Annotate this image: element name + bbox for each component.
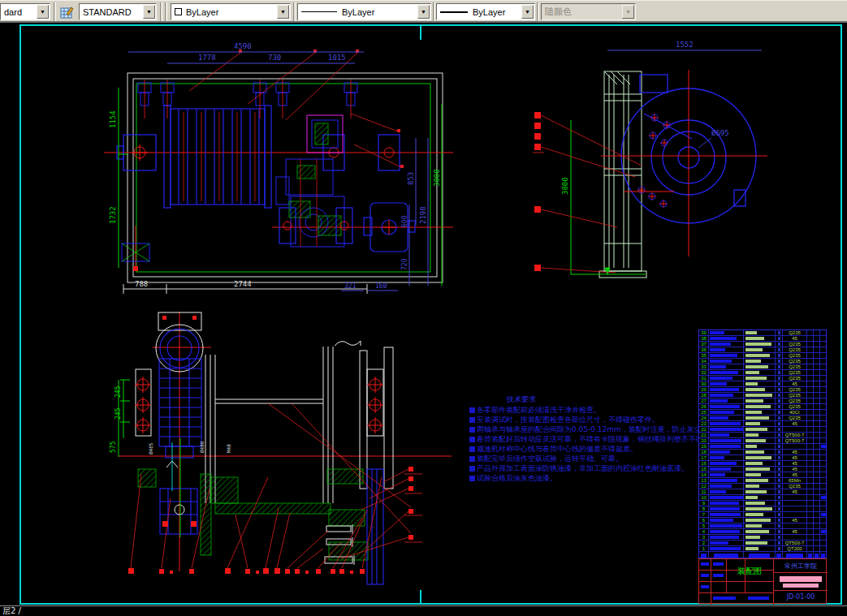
bom-row: 39 Q235 (699, 330, 826, 336)
bom-remark-cell (820, 546, 826, 551)
bom-row: 8 (699, 506, 826, 512)
note-marker (469, 446, 475, 452)
bom-remark-cell (820, 359, 826, 364)
bom-material: Q235 (783, 342, 807, 347)
plot-style-value: 随颜色 (545, 6, 572, 18)
bom-material: Q235 (783, 484, 807, 489)
dim-style-combo[interactable]: STANDARD ▼ (79, 3, 157, 20)
bom-material: Q235 (783, 376, 807, 381)
bom-qty-cell (776, 467, 783, 472)
bom-row: 21 QT500-7 (699, 433, 826, 438)
bom-total-cell (814, 427, 820, 432)
bom-name-cell (744, 489, 776, 494)
bom-remark-cell (820, 347, 826, 352)
bom-material (783, 495, 807, 500)
bom-total-cell (814, 523, 820, 528)
bom-total-cell (814, 529, 820, 534)
bom-remark-cell (820, 523, 826, 528)
linetype-combo[interactable]: ByLayer ▼ (297, 3, 431, 20)
dim-788: 788 (135, 280, 148, 288)
bom-code-cell (709, 376, 744, 381)
lineweight-combo[interactable]: ByLayer ▼ (436, 3, 535, 20)
bom-material: QT500-7 (783, 541, 807, 545)
bom-total-cell (814, 495, 820, 500)
bom-remark-cell (820, 381, 826, 386)
bom-material: Q235 (783, 330, 807, 335)
bom-row: 32 Q235 (699, 370, 826, 376)
bom-qty-cell (776, 404, 783, 409)
bom-row: 4 45 (699, 529, 826, 535)
bom-remark-cell (820, 461, 826, 466)
chevron-down-icon[interactable]: ▼ (417, 5, 430, 19)
bom-weight-cell (807, 381, 814, 386)
bom-qty-cell (776, 472, 783, 477)
dim-style-button[interactable] (58, 3, 76, 21)
bom-weight-cell (807, 455, 814, 460)
bom-code-cell (709, 370, 744, 375)
bom-rows: 39 Q235 38 45 37 (699, 330, 826, 552)
bom-name-cell (744, 541, 776, 545)
bom-material: Q235 (783, 416, 807, 420)
layout-tab-partial[interactable]: 层2 / (2, 606, 21, 615)
notes-lines: 各零部件装配前必须清洗干净并检查。 安装调试时，按装配图检查各部位尺寸，不得碰伤… (469, 405, 707, 483)
text-style-combo[interactable]: dard ▼ (0, 3, 50, 20)
bom-total-cell (814, 393, 820, 398)
bom-item-no: 2 (699, 541, 709, 545)
dim-245b: 245 (115, 407, 122, 420)
bom-total-cell (814, 438, 820, 443)
bom-weight-cell (807, 421, 814, 426)
bom-remark-cell (820, 478, 826, 483)
bom-name-cell (744, 484, 776, 489)
bom-weight-cell (807, 438, 814, 443)
bom-total-cell (814, 381, 820, 386)
bom-qty-cell (776, 342, 783, 347)
note-marker (469, 456, 475, 462)
linetype-value: ByLayer (342, 7, 374, 17)
bom-weight-cell (807, 546, 814, 551)
bom-weight-cell (807, 416, 814, 420)
bom-table: 39 Q235 38 45 37 (698, 330, 827, 558)
chevron-down-icon[interactable]: ▼ (521, 5, 534, 19)
bom-remark-cell (820, 541, 826, 545)
bom-total-cell (814, 359, 820, 364)
drawing-canvas[interactable]: 4590 1778 730 1015 1154 1732 853 2198 38… (0, 23, 847, 605)
bom-qty-cell (776, 364, 783, 369)
chevron-down-icon[interactable]: ▼ (143, 5, 155, 19)
bom-name-cell (744, 393, 776, 398)
lineweight-glyph (440, 11, 468, 13)
note-line: 试验合格后涂灰色油漆。 (477, 473, 557, 483)
bom-remark-cell (820, 506, 826, 511)
bom-qty-cell (776, 518, 783, 523)
bom-weight-cell (807, 467, 814, 472)
note-marker (469, 437, 475, 442)
bom-item-no: 28 (699, 393, 709, 398)
bom-item-no: 36 (699, 347, 709, 352)
dim-321: 321 (344, 282, 357, 290)
bom-code-cell (709, 484, 744, 489)
bom-total-cell (814, 546, 820, 551)
bom-qty-cell (776, 398, 783, 403)
bom-total-cell (814, 433, 820, 437)
color-combo[interactable]: ByLayer ▼ (171, 3, 291, 20)
chevron-down-icon[interactable]: ▼ (277, 5, 289, 19)
bom-qty-cell (776, 416, 783, 420)
bom-item-no: 6 (699, 518, 709, 523)
bom-code-cell (709, 501, 744, 506)
note-marker (469, 407, 475, 413)
bom-row: 2 QT500-7 (699, 541, 826, 546)
note-marker (469, 427, 475, 433)
status-bar[interactable]: 层2 / (0, 605, 847, 616)
bom-material: QT500-7 (783, 438, 807, 443)
bom-row: 20 QT500-7 (699, 438, 826, 444)
bom-qty-cell (776, 529, 783, 534)
bom-remark-cell (820, 535, 826, 540)
bom-remark-cell (820, 455, 826, 460)
bom-row: 22 (699, 427, 826, 433)
chevron-down-icon[interactable]: ▼ (37, 5, 49, 19)
bom-weight-cell (807, 376, 814, 381)
note-line: 减速机对称中心线与卷筒中心线的偏差不得超差。 (477, 444, 637, 454)
dim-1154: 1154 (109, 110, 117, 128)
bom-row: 15 45 (699, 467, 826, 472)
bom-weight-cell (807, 393, 814, 398)
bom-material: 45 (783, 421, 807, 426)
